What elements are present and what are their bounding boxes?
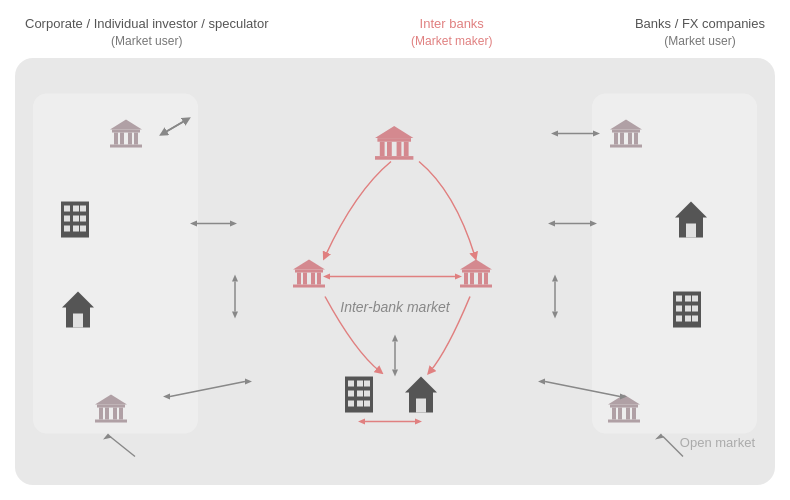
right-sub: (Market user) [635,33,765,50]
center-bank-left-icon [293,259,325,287]
arrow-bottom-vert-bottom [392,369,398,376]
arrow-vert-left-bottom [232,311,238,318]
left-title: Corporate / Individual investor / specul… [25,15,269,33]
arrow-bl-2-head [245,378,252,384]
arrow-diag-bl [110,436,135,456]
svg-rect-19 [25,102,29,114]
right-label-group: Banks / FX companies (Market user) [635,15,765,50]
pink-arr-horiz-left [323,273,330,279]
center-bank-right-icon [460,259,492,287]
interbank-label: Inter-bank market [340,298,451,314]
pink-arr-bot-left [358,418,365,424]
svg-rect-28 [27,95,33,101]
arrow-bottom-vert-top [392,334,398,341]
arrow-br-1-head [538,378,545,384]
outer-container: Corporate / Individual investor / specul… [15,15,775,485]
svg-rect-26 [34,85,40,91]
svg-rect-31 [27,105,33,111]
arrow-ml-right-head [230,220,237,226]
open-market-label: Open market [680,434,756,449]
left-label-group: Corporate / Individual investor / specul… [25,15,269,50]
svg-rect-5 [25,102,29,114]
right-office-icon [673,291,701,327]
svg-rect-25 [27,85,33,91]
pink-arr-bot-right [415,418,422,424]
svg-rect-24 [18,85,24,91]
center-sub: (Market maker) [411,33,492,50]
right-title: Banks / FX companies [635,15,765,33]
left-sub: (Market user) [25,33,269,50]
arrow-vert-right-top [552,274,558,281]
pink-arr-horiz-right [455,273,462,279]
arrow-vert-right-bottom [552,311,558,318]
svg-rect-27 [18,95,24,101]
arrow-mr-horiz-left [548,220,555,226]
labels-row: Corporate / Individual investor / specul… [15,15,775,50]
center-title: Inter banks [411,15,492,33]
diagram-area: Inter-bank market [15,58,775,485]
diagram-svg: Inter-bank market [15,58,775,485]
arrow-vert-left-top [232,274,238,281]
bottom-office-icon [345,376,373,412]
center-label-group: Inter banks (Market maker) [411,15,492,50]
arrow-tr-horiz-left [551,130,558,136]
svg-rect-11 [19,102,23,114]
pink-arrow-top-left [325,161,391,256]
svg-rect-4 [19,102,23,114]
pink-arrow-top-right [419,161,475,256]
svg-rect-18 [19,102,23,114]
svg-rect-12 [25,102,29,114]
center-bank-top-icon [375,126,413,160]
svg-rect-30 [18,105,24,111]
arrow-diag-br-head [655,433,664,439]
arrow-diag-bl-head [103,433,112,439]
left-office-icon [61,201,89,237]
bottom-house-icon [405,376,437,412]
